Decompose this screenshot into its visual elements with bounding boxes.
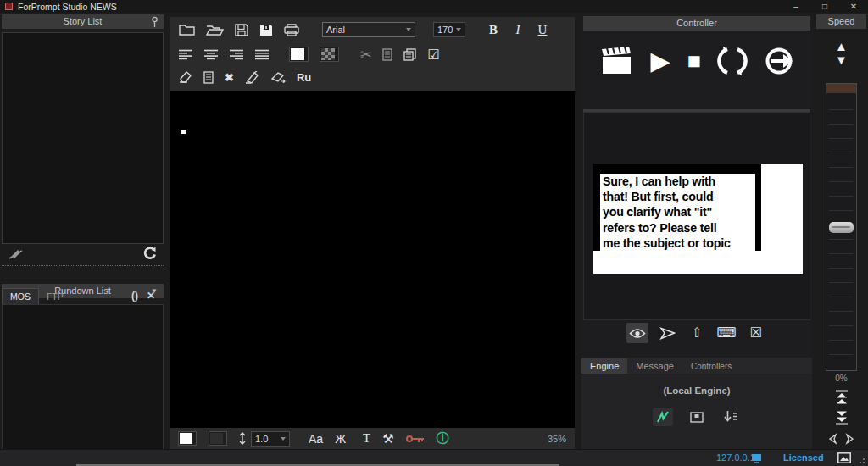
window-title: ForPrompt Studio NEWS: [18, 2, 117, 12]
open-file-icon[interactable]: [206, 24, 224, 36]
stop-button[interactable]: ■: [687, 50, 700, 73]
loop-icon[interactable]: [717, 47, 748, 75]
speed-slider[interactable]: [826, 83, 857, 371]
speed-slider-handle[interactable]: [829, 222, 854, 233]
refresh-icon[interactable]: [143, 247, 157, 260]
local-engine-label: (Local Engine): [581, 386, 812, 396]
justify-icon[interactable]: [255, 49, 270, 60]
send-icon: [659, 327, 676, 340]
maximize-button[interactable]: □: [810, 0, 839, 13]
next-arrow-icon[interactable]: [844, 433, 855, 445]
print-icon[interactable]: [284, 24, 299, 36]
story-list-toolbar: [2, 246, 164, 261]
tab-ftp[interactable]: FTP: [39, 289, 71, 304]
display-window-button[interactable]: [687, 408, 707, 426]
font-size-select[interactable]: 170: [433, 22, 465, 37]
server-ip: 127.0.0.1: [716, 452, 755, 463]
mos-close-icon[interactable]: ✕: [147, 290, 155, 302]
license-key-icon[interactable]: [406, 435, 425, 443]
font-case-button[interactable]: Aa: [309, 432, 323, 446]
font-family-value: Arial: [326, 25, 345, 35]
tag-icon[interactable]: [270, 71, 286, 83]
image-preview-icon[interactable]: [837, 452, 851, 463]
delete-icon[interactable]: ✖: [225, 71, 234, 84]
font-color-picker[interactable]: [289, 47, 309, 62]
line-spacing-icon: [239, 432, 246, 445]
script-editor[interactable]: [170, 90, 575, 428]
story-list-header[interactable]: Story List: [2, 14, 164, 29]
save-as-icon[interactable]: [259, 24, 273, 36]
preview-buttons: ⇧ ⌨ ☒: [581, 322, 812, 344]
quick-background-color-picker[interactable]: [209, 431, 227, 446]
settings-tools-button[interactable]: ⚒: [382, 431, 393, 447]
mos-connect-icon[interactable]: (): [131, 290, 138, 302]
engine-buttons: [581, 408, 812, 426]
keyboard-icon: ⌨: [716, 326, 736, 340]
resize-grip[interactable]: [854, 453, 865, 463]
speed-down-button[interactable]: ▼: [835, 53, 848, 67]
chevron-down-icon: [456, 28, 461, 31]
jump-to-bottom-button[interactable]: [816, 409, 866, 425]
speed-header: Speed: [816, 14, 866, 29]
underline-button[interactable]: U: [536, 23, 549, 37]
keyboard-button[interactable]: ⌨: [715, 323, 737, 343]
italic-button[interactable]: I: [511, 23, 525, 37]
exit-next-icon[interactable]: [765, 47, 795, 75]
status-bar: 127.0.0.1 Licensed: [0, 449, 868, 466]
highlighter-icon[interactable]: [245, 71, 259, 84]
close-screen-button[interactable]: ☒: [745, 323, 767, 343]
controller-panel: Controller ▶ ■ Teleprompter Screen Sure,…: [581, 14, 812, 449]
scroll-output-button[interactable]: [721, 408, 741, 426]
story-list[interactable]: [2, 32, 164, 244]
line-spacing-select[interactable]: 1.0: [251, 431, 290, 447]
play-button[interactable]: ▶: [651, 48, 670, 74]
previous-arrow-icon[interactable]: [827, 433, 838, 445]
font-family-select[interactable]: Arial: [322, 22, 415, 37]
transport-controls: ▶ ■: [581, 36, 812, 86]
minimize-button[interactable]: –: [782, 0, 810, 13]
speed-title: Speed: [828, 16, 855, 26]
rundown-list[interactable]: [2, 304, 164, 450]
scroll-down-icon: [724, 411, 738, 423]
shift-up-button[interactable]: ⇧: [686, 323, 708, 343]
teleprompter-line: me the subject or topic: [600, 236, 755, 251]
preview-eye-button[interactable]: [626, 323, 648, 343]
tab-mos[interactable]: MOS: [2, 288, 39, 304]
pin-icon[interactable]: [151, 16, 159, 28]
license-status: Licensed: [783, 452, 824, 463]
cut-icon[interactable]: ✂: [360, 47, 371, 63]
paste-icon[interactable]: [382, 48, 392, 61]
save-icon[interactable]: [235, 24, 248, 36]
checkbox-icon[interactable]: ☑: [427, 47, 439, 63]
divider: [2, 265, 164, 266]
eraser-icon[interactable]: [179, 71, 192, 83]
paragraph-marks-icon[interactable]: Ru: [297, 71, 311, 84]
clear-pen-icon[interactable]: [8, 247, 24, 259]
engine-power-button[interactable]: [653, 408, 673, 426]
clapperboard-icon[interactable]: [598, 47, 634, 75]
close-button[interactable]: ✕: [839, 0, 868, 13]
background-color-picker[interactable]: [320, 47, 339, 62]
speed-up-button[interactable]: ▲: [835, 40, 848, 53]
tab-controllers[interactable]: Controllers: [682, 359, 740, 374]
align-left-icon[interactable]: [179, 49, 193, 60]
quick-font-color-picker[interactable]: [178, 431, 197, 446]
jump-to-top-button[interactable]: [816, 390, 866, 406]
tab-message[interactable]: Message: [627, 358, 682, 374]
text-tool-button[interactable]: T: [363, 431, 370, 446]
zoom-level: 35%: [548, 434, 566, 444]
info-icon[interactable]: ⓘ: [437, 430, 449, 447]
send-to-screen-button[interactable]: [656, 323, 678, 343]
lightning-icon: [657, 411, 669, 423]
align-center-icon[interactable]: [204, 49, 219, 60]
bold-button[interactable]: B: [487, 23, 500, 37]
copy-icon[interactable]: [403, 48, 416, 61]
new-file-icon[interactable]: [179, 24, 195, 36]
mirror-button[interactable]: Ж: [335, 432, 346, 446]
font-color-swatch: [291, 48, 304, 60]
tab-engine[interactable]: Engine: [581, 358, 627, 374]
align-right-icon[interactable]: [230, 49, 244, 60]
notes-icon[interactable]: [203, 71, 214, 84]
quick-background-color-swatch: [210, 433, 223, 444]
rundown-tab-bar: MOS FTP () ✕: [2, 286, 164, 304]
